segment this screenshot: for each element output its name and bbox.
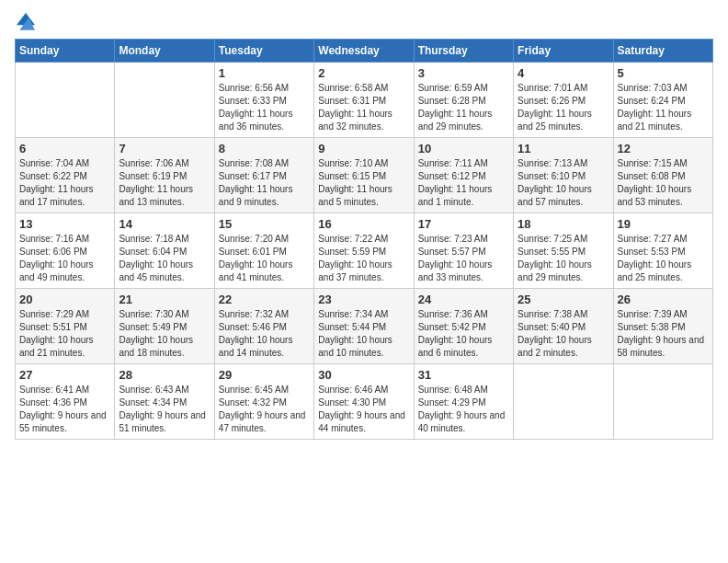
day-info: Sunrise: 7:10 AM Sunset: 6:15 PM Dayligh… [318, 157, 409, 209]
day-header-sunday: Sunday [16, 40, 115, 63]
day-number: 26 [618, 293, 709, 306]
day-number: 22 [219, 293, 310, 306]
day-number: 21 [119, 293, 210, 306]
day-header-wednesday: Wednesday [314, 40, 414, 63]
calendar-cell [613, 364, 712, 440]
calendar-cell: 3Sunrise: 6:59 AM Sunset: 6:28 PM Daylig… [414, 63, 513, 138]
calendar-cell: 19Sunrise: 7:27 AM Sunset: 5:53 PM Dayli… [613, 213, 712, 289]
calendar-week-3: 13Sunrise: 7:16 AM Sunset: 6:06 PM Dayli… [16, 213, 713, 289]
calendar-cell: 31Sunrise: 6:48 AM Sunset: 4:29 PM Dayli… [414, 364, 513, 440]
day-info: Sunrise: 7:22 AM Sunset: 5:59 PM Dayligh… [318, 233, 409, 284]
day-number: 28 [119, 368, 210, 382]
calendar-cell [115, 63, 214, 138]
calendar-cell: 5Sunrise: 7:03 AM Sunset: 6:24 PM Daylig… [613, 63, 712, 138]
day-number: 29 [219, 368, 310, 382]
day-info: Sunrise: 6:59 AM Sunset: 6:28 PM Dayligh… [418, 82, 509, 133]
calendar-cell: 27Sunrise: 6:41 AM Sunset: 4:36 PM Dayli… [16, 364, 115, 440]
day-number: 25 [518, 293, 609, 306]
calendar-cell: 17Sunrise: 7:23 AM Sunset: 5:57 PM Dayli… [414, 213, 513, 289]
day-info: Sunrise: 7:36 AM Sunset: 5:42 PM Dayligh… [418, 308, 509, 360]
calendar-cell: 8Sunrise: 7:08 AM Sunset: 6:17 PM Daylig… [214, 138, 313, 213]
day-info: Sunrise: 7:30 AM Sunset: 5:49 PM Dayligh… [119, 308, 210, 360]
day-info: Sunrise: 6:56 AM Sunset: 6:33 PM Dayligh… [219, 82, 310, 133]
day-header-monday: Monday [115, 40, 214, 63]
day-info: Sunrise: 6:43 AM Sunset: 4:34 PM Dayligh… [119, 384, 210, 435]
day-number: 7 [119, 142, 210, 155]
calendar-cell: 1Sunrise: 6:56 AM Sunset: 6:33 PM Daylig… [214, 63, 313, 138]
day-number: 4 [518, 66, 609, 80]
calendar-cell: 4Sunrise: 7:01 AM Sunset: 6:26 PM Daylig… [514, 63, 613, 138]
calendar-cell: 26Sunrise: 7:39 AM Sunset: 5:38 PM Dayli… [613, 289, 712, 364]
calendar-cell: 6Sunrise: 7:04 AM Sunset: 6:22 PM Daylig… [16, 138, 115, 213]
day-number: 30 [318, 368, 409, 382]
calendar-table: SundayMondayTuesdayWednesdayThursdayFrid… [15, 39, 713, 440]
calendar-cell: 7Sunrise: 7:06 AM Sunset: 6:19 PM Daylig… [115, 138, 214, 213]
calendar-cell [16, 63, 115, 138]
calendar-cell: 2Sunrise: 6:58 AM Sunset: 6:31 PM Daylig… [314, 63, 414, 138]
calendar-cell: 13Sunrise: 7:16 AM Sunset: 6:06 PM Dayli… [16, 213, 115, 289]
day-number: 15 [219, 217, 310, 231]
calendar-week-2: 6Sunrise: 7:04 AM Sunset: 6:22 PM Daylig… [16, 138, 713, 213]
calendar-cell: 20Sunrise: 7:29 AM Sunset: 5:51 PM Dayli… [16, 289, 115, 364]
day-number: 11 [518, 142, 609, 155]
day-info: Sunrise: 7:18 AM Sunset: 6:04 PM Dayligh… [119, 233, 210, 284]
day-number: 6 [19, 142, 110, 155]
calendar-cell: 28Sunrise: 6:43 AM Sunset: 4:34 PM Dayli… [115, 364, 214, 440]
day-info: Sunrise: 7:20 AM Sunset: 6:01 PM Dayligh… [219, 233, 310, 284]
day-info: Sunrise: 7:27 AM Sunset: 5:53 PM Dayligh… [618, 233, 709, 284]
day-info: Sunrise: 7:23 AM Sunset: 5:57 PM Dayligh… [418, 233, 509, 284]
day-number: 20 [19, 293, 110, 306]
day-info: Sunrise: 7:11 AM Sunset: 6:12 PM Dayligh… [418, 157, 509, 209]
calendar-cell: 30Sunrise: 6:46 AM Sunset: 4:30 PM Dayli… [314, 364, 414, 440]
calendar-cell: 23Sunrise: 7:34 AM Sunset: 5:44 PM Dayli… [314, 289, 414, 364]
calendar-week-4: 20Sunrise: 7:29 AM Sunset: 5:51 PM Dayli… [16, 289, 713, 364]
calendar-cell: 15Sunrise: 7:20 AM Sunset: 6:01 PM Dayli… [214, 213, 313, 289]
day-info: Sunrise: 7:16 AM Sunset: 6:06 PM Dayligh… [19, 233, 110, 284]
day-info: Sunrise: 6:58 AM Sunset: 6:31 PM Dayligh… [318, 82, 409, 133]
day-number: 2 [318, 66, 409, 80]
day-number: 19 [618, 217, 709, 231]
day-info: Sunrise: 7:25 AM Sunset: 5:55 PM Dayligh… [518, 233, 609, 284]
day-number: 23 [318, 293, 409, 306]
calendar-cell: 21Sunrise: 7:30 AM Sunset: 5:49 PM Dayli… [115, 289, 214, 364]
calendar-cell: 24Sunrise: 7:36 AM Sunset: 5:42 PM Dayli… [414, 289, 513, 364]
day-info: Sunrise: 7:04 AM Sunset: 6:22 PM Dayligh… [19, 157, 110, 209]
calendar-cell [514, 364, 613, 440]
header [15, 15, 713, 31]
day-number: 8 [219, 142, 310, 155]
day-number: 18 [518, 217, 609, 231]
day-info: Sunrise: 7:29 AM Sunset: 5:51 PM Dayligh… [19, 308, 110, 360]
day-info: Sunrise: 6:45 AM Sunset: 4:32 PM Dayligh… [219, 384, 310, 435]
logo-icon [17, 13, 35, 31]
day-number: 13 [19, 217, 110, 231]
calendar-cell: 22Sunrise: 7:32 AM Sunset: 5:46 PM Dayli… [214, 289, 313, 364]
day-info: Sunrise: 6:48 AM Sunset: 4:29 PM Dayligh… [418, 384, 509, 435]
calendar-cell: 18Sunrise: 7:25 AM Sunset: 5:55 PM Dayli… [514, 213, 613, 289]
day-info: Sunrise: 7:13 AM Sunset: 6:10 PM Dayligh… [518, 157, 609, 209]
day-info: Sunrise: 7:32 AM Sunset: 5:46 PM Dayligh… [219, 308, 310, 360]
day-number: 27 [19, 368, 110, 382]
day-number: 1 [219, 66, 310, 80]
day-info: Sunrise: 7:15 AM Sunset: 6:08 PM Dayligh… [618, 157, 709, 209]
calendar-header-row: SundayMondayTuesdayWednesdayThursdayFrid… [16, 40, 713, 63]
day-number: 3 [418, 66, 509, 80]
day-info: Sunrise: 7:38 AM Sunset: 5:40 PM Dayligh… [518, 308, 609, 360]
day-header-saturday: Saturday [613, 40, 712, 63]
day-info: Sunrise: 7:34 AM Sunset: 5:44 PM Dayligh… [318, 308, 409, 360]
calendar-cell: 16Sunrise: 7:22 AM Sunset: 5:59 PM Dayli… [314, 213, 414, 289]
calendar-cell: 14Sunrise: 7:18 AM Sunset: 6:04 PM Dayli… [115, 213, 214, 289]
calendar-cell: 12Sunrise: 7:15 AM Sunset: 6:08 PM Dayli… [613, 138, 712, 213]
day-info: Sunrise: 7:39 AM Sunset: 5:38 PM Dayligh… [618, 308, 709, 360]
day-number: 9 [318, 142, 409, 155]
day-header-thursday: Thursday [414, 40, 513, 63]
calendar-week-5: 27Sunrise: 6:41 AM Sunset: 4:36 PM Dayli… [16, 364, 713, 440]
calendar-cell: 9Sunrise: 7:10 AM Sunset: 6:15 PM Daylig… [314, 138, 414, 213]
calendar-cell: 10Sunrise: 7:11 AM Sunset: 6:12 PM Dayli… [414, 138, 513, 213]
day-header-tuesday: Tuesday [214, 40, 313, 63]
day-number: 24 [418, 293, 509, 306]
day-number: 12 [618, 142, 709, 155]
day-number: 17 [418, 217, 509, 231]
calendar-cell: 25Sunrise: 7:38 AM Sunset: 5:40 PM Dayli… [514, 289, 613, 364]
day-number: 16 [318, 217, 409, 231]
calendar-week-1: 1Sunrise: 6:56 AM Sunset: 6:33 PM Daylig… [16, 63, 713, 138]
